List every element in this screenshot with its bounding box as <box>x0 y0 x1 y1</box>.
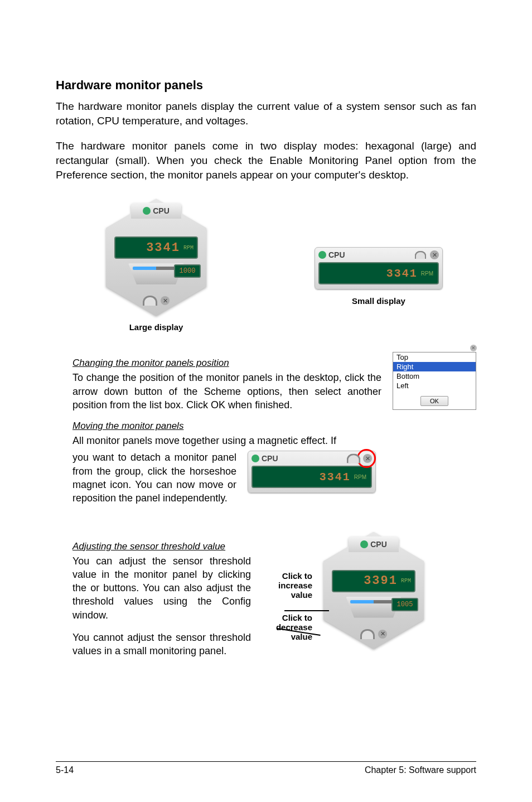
moving-panels-heading: Moving the monitor panels <box>72 421 381 432</box>
panel-value-display: 3341 RPM <box>114 236 198 259</box>
close-icon[interactable]: ✕ <box>378 630 387 639</box>
changing-position-heading: Changing the monitor panels position <box>72 357 381 369</box>
close-icon[interactable]: ✕ <box>430 250 439 259</box>
large-monitor-panel[interactable]: CPU 3341 RPM 1000 ✕ <box>100 199 212 316</box>
panel-unit: RPM <box>401 578 411 584</box>
fan-icon <box>143 207 151 215</box>
adjusting-callout-labels: Click to increase value Click to decreas… <box>257 532 312 641</box>
position-option-top[interactable]: Top <box>393 352 476 362</box>
adjusting-text-1: You can adjust the sensor threshold valu… <box>72 554 251 622</box>
fan-icon <box>252 455 259 462</box>
position-option-right[interactable]: Right <box>393 362 476 371</box>
large-display-figure: CPU 3341 RPM 1000 ✕ Large display <box>100 199 212 332</box>
fan-icon <box>360 540 368 548</box>
position-listbox-figure: ✕ Top Right Bottom Left OK <box>393 349 476 410</box>
panel-threshold: 1000 <box>174 264 201 278</box>
panel-value: 3341 <box>386 267 418 280</box>
panel-value: 3391 <box>364 574 398 588</box>
panel-value-display: 3341 RPM <box>318 262 439 284</box>
decrease-callout: Click to decrease value <box>257 613 312 641</box>
changing-position-text: To change the position of the monitor pa… <box>72 371 381 412</box>
moving-small-panel[interactable]: CPU ✕ 3341 RPM <box>248 451 376 493</box>
position-list[interactable]: Top Right Bottom Left <box>393 352 476 390</box>
figures-row: CPU 3341 RPM 1000 ✕ Large display CPU <box>56 199 476 332</box>
page-footer: 5-14 Chapter 5: Software support <box>56 761 476 775</box>
changing-position-section: Changing the monitor panels position To … <box>72 349 476 505</box>
close-icon[interactable]: ✕ <box>363 454 372 463</box>
panel-value: 3341 <box>146 241 180 255</box>
increase-callout: Click to increase value <box>257 571 312 600</box>
panel-label: CPU <box>262 454 278 463</box>
ok-button[interactable]: OK <box>420 396 448 406</box>
adjusting-monitor-panel[interactable]: CPU 3391 RPM 1005 ✕ <box>318 532 429 649</box>
panel-label: CPU <box>153 206 170 215</box>
close-icon[interactable]: ✕ <box>161 296 170 305</box>
panel-value-display: 3391 RPM <box>332 570 415 592</box>
adjusting-heading: Adjusting the sensor threshold value <box>72 541 251 552</box>
horseshoe-magnet-icon[interactable] <box>143 296 157 306</box>
moving-panels-line1: All monitor panels move together using a… <box>72 434 381 447</box>
adjusting-threshold-section: Adjusting the sensor threshold value You… <box>72 532 476 658</box>
intro-paragraph-1: The hardware monitor panels display the … <box>56 99 476 128</box>
fan-icon <box>318 251 326 259</box>
intro-paragraph-2: The hardware monitor panels come in two … <box>56 139 476 182</box>
panel-label: CPU <box>370 540 387 549</box>
horseshoe-magnet-icon[interactable] <box>415 251 427 259</box>
small-display-caption: Small display <box>352 296 405 306</box>
position-option-bottom[interactable]: Bottom <box>393 371 476 381</box>
section-title: Hardware monitor panels <box>56 78 476 93</box>
panel-unit: RPM <box>354 474 366 480</box>
small-display-figure: CPU ✕ 3341 RPM Small display <box>315 247 443 306</box>
position-listbox[interactable]: ✕ Top Right Bottom Left OK <box>393 352 476 410</box>
panel-label: CPU <box>328 250 345 259</box>
small-monitor-panel[interactable]: CPU ✕ 3341 RPM <box>315 247 443 289</box>
moving-panels-rest: you want to detach a monitor panel from … <box>72 451 236 505</box>
panel-bottom-controls: ✕ <box>143 296 170 306</box>
small-panel-header: CPU ✕ <box>318 250 439 262</box>
close-icon[interactable]: ✕ <box>470 345 477 351</box>
callout-line-increase <box>284 610 329 611</box>
panel-unit: RPM <box>421 270 433 277</box>
adjusting-text-2: You cannot adjust the sensor threshold v… <box>72 631 251 658</box>
panel-title-tab: CPU <box>349 537 399 552</box>
position-option-left[interactable]: Left <box>393 381 476 390</box>
panel-unit: RPM <box>183 245 194 251</box>
panel-title-tab: CPU <box>131 203 181 219</box>
moving-panels-row: you want to detach a monitor panel from … <box>72 451 381 505</box>
moving-panel-figure: CPU ✕ 3341 RPM <box>248 451 381 493</box>
chapter-label: Chapter 5: Software support <box>365 765 476 775</box>
panel-bottom-controls: ✕ <box>360 629 387 639</box>
horseshoe-magnet-icon[interactable] <box>347 454 361 463</box>
adjusting-panel-figure: CPU 3391 RPM 1005 ✕ <box>318 532 429 649</box>
panel-threshold: 1005 <box>391 598 418 611</box>
large-display-caption: Large display <box>129 322 183 332</box>
page-number: 5-14 <box>56 765 74 775</box>
horseshoe-magnet-icon[interactable] <box>360 629 375 639</box>
panel-value: 3341 <box>320 471 351 484</box>
